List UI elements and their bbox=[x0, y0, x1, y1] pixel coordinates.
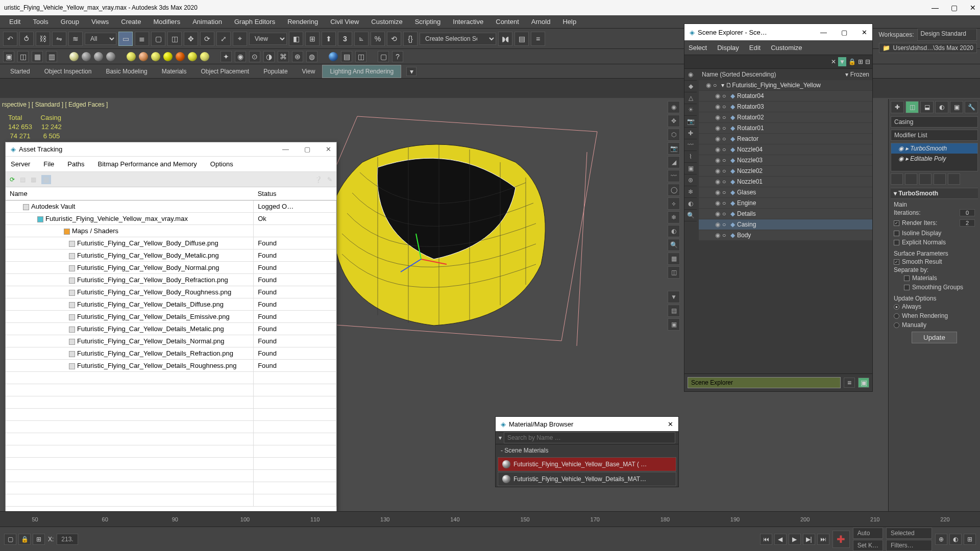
scene-item[interactable]: ◉○◆Nozzle02 bbox=[699, 166, 872, 177]
ribbon-lighting-and-rendering[interactable]: Lighting And Rendering bbox=[322, 65, 401, 78]
asset-row[interactable]: Futuristic_Flying_Car_Yellow_Details_Met… bbox=[6, 323, 336, 335]
object-name-field[interactable]: Casing bbox=[891, 116, 978, 128]
freeze-icon[interactable]: ○ bbox=[722, 103, 730, 110]
select-rect-icon[interactable]: ▢ bbox=[151, 32, 165, 46]
freeze-icon[interactable]: ○ bbox=[722, 167, 730, 174]
pin-stack-icon[interactable] bbox=[891, 173, 903, 185]
scene-item[interactable]: ◉○◆Glases bbox=[699, 187, 872, 198]
tb2-icon[interactable]: ◑ bbox=[263, 51, 275, 62]
asset-row[interactable]: Futuristic_Flying_Car_Yellow_Details_Ref… bbox=[6, 347, 336, 360]
material-sphere-icon[interactable] bbox=[127, 52, 136, 61]
visibility-icon[interactable]: ◉ bbox=[713, 135, 722, 142]
menu-create[interactable]: Create bbox=[115, 16, 147, 28]
menu-help[interactable]: Help bbox=[556, 16, 582, 28]
scene-item[interactable]: ◉○◆Engine bbox=[699, 198, 872, 209]
goto-end-icon[interactable]: ⏭ bbox=[817, 534, 829, 545]
bind-icon[interactable]: ≋ bbox=[68, 32, 83, 46]
undo-icon[interactable]: ↶ bbox=[3, 32, 17, 46]
viewport-label[interactable]: rspective ] [ Standard ] [ Edged Faces ] bbox=[2, 101, 108, 108]
rotate-icon[interactable]: ⟳ bbox=[200, 32, 214, 46]
menu-edit[interactable]: Edit bbox=[3, 16, 27, 28]
move-icon[interactable]: ✥ bbox=[184, 32, 198, 46]
scene-search-input[interactable] bbox=[687, 56, 829, 67]
modifier-list-drop[interactable]: Modifier List bbox=[891, 130, 978, 141]
selection-filter-drop[interactable]: All bbox=[85, 33, 116, 45]
freeze-icon[interactable]: ○ bbox=[713, 82, 721, 89]
material-sphere-icon[interactable] bbox=[176, 52, 185, 61]
create-tab-icon[interactable]: ✚ bbox=[891, 101, 904, 113]
scene-root[interactable]: ◉ ○ ▾ 🗋 Futuristic_Flying_Vehicle_Yellow bbox=[699, 80, 872, 91]
tb2-icon[interactable]: ✦ bbox=[220, 51, 232, 62]
menu-interactive[interactable]: Interactive bbox=[447, 16, 489, 28]
project-path[interactable]: 📁 Users\dshsd…\3ds Max 2020 bbox=[879, 43, 977, 53]
render-iters-check[interactable]: ✓ bbox=[894, 220, 899, 226]
vp-tool-icon[interactable]: ◉ bbox=[668, 101, 680, 113]
render-iters-input[interactable] bbox=[960, 219, 975, 227]
close-icon[interactable]: ✕ bbox=[862, 29, 867, 36]
info-icon[interactable]: ✎ bbox=[327, 176, 332, 183]
material-sphere-icon[interactable] bbox=[94, 52, 103, 61]
col-status[interactable]: Status bbox=[254, 187, 336, 201]
menu-graph-editors[interactable]: Graph Editors bbox=[228, 16, 281, 28]
material-item[interactable]: Futuristic_Flying_Vehicle_Yellow_Base_MA… bbox=[498, 457, 676, 471]
close-icon[interactable]: ✕ bbox=[970, 4, 976, 12]
always-radio[interactable]: ● bbox=[894, 304, 899, 310]
filter-bone-icon[interactable]: ⌇ bbox=[684, 151, 697, 163]
asset-row[interactable]: Futuristic_Flying_Car_Yellow_Body_Normal… bbox=[6, 262, 336, 274]
ribbon-populate[interactable]: Populate bbox=[256, 65, 295, 78]
when-rendering-radio[interactable] bbox=[894, 313, 899, 319]
window-crossing-icon[interactable]: ◫ bbox=[167, 32, 182, 46]
materials-check[interactable] bbox=[904, 276, 910, 281]
render-icon[interactable] bbox=[329, 52, 338, 61]
asset-row[interactable]: Futuristic_Flying_Car_Yellow_Body_Metali… bbox=[6, 249, 336, 262]
asset-row[interactable]: Futuristic_Flying_Car_Yellow_Details_Emi… bbox=[6, 311, 336, 323]
material-sphere-icon[interactable] bbox=[200, 52, 209, 61]
visibility-icon[interactable]: ◉ bbox=[713, 178, 722, 185]
set-key-big-icon[interactable]: ✚ bbox=[832, 531, 850, 548]
lock-icon[interactable]: 🔒 bbox=[848, 58, 856, 65]
nav-icon[interactable]: ◐ bbox=[949, 534, 962, 545]
vp-tool-icon[interactable]: 📷 bbox=[668, 142, 680, 155]
menu-content[interactable]: Content bbox=[489, 16, 525, 28]
tb2-icon[interactable]: ◍ bbox=[306, 51, 317, 62]
vp-tool-icon[interactable]: ✥ bbox=[668, 115, 680, 127]
asset-menu-options[interactable]: Options bbox=[210, 160, 233, 168]
display-tab-icon[interactable]: ▣ bbox=[950, 101, 963, 113]
scene-item[interactable]: ◉○◆Casing bbox=[699, 219, 872, 230]
filter-icon[interactable]: ▼ bbox=[838, 57, 846, 66]
align-icon[interactable]: ▤ bbox=[514, 32, 529, 46]
visibility-icon[interactable]: ◉ bbox=[713, 199, 722, 207]
tb2-icon[interactable]: ◫ bbox=[17, 51, 29, 62]
menu-civil-view[interactable]: Civil View bbox=[324, 16, 365, 28]
scene-item[interactable]: ◉○◆Reactor bbox=[699, 134, 872, 144]
named-selection-drop[interactable]: Create Selection Set bbox=[420, 33, 496, 45]
x-field[interactable]: 213. bbox=[57, 534, 78, 545]
minimize-icon[interactable]: — bbox=[820, 29, 827, 36]
filter-find-icon[interactable]: 🔍 bbox=[684, 210, 697, 221]
filter-frozen-icon[interactable]: ❄ bbox=[684, 186, 697, 198]
tb2-icon[interactable]: ⌘ bbox=[278, 51, 289, 62]
help-icon[interactable]: ? bbox=[392, 51, 403, 62]
select-object-icon[interactable]: ▭ bbox=[118, 32, 133, 46]
redo-icon[interactable]: ⥀ bbox=[19, 32, 34, 46]
manip-icon[interactable]: ⊞ bbox=[305, 32, 320, 46]
vp-tool-icon[interactable]: ▤ bbox=[668, 305, 680, 317]
tb2-icon[interactable]: ⊛ bbox=[292, 51, 303, 62]
material-sphere-icon[interactable] bbox=[106, 52, 115, 61]
freeze-icon[interactable]: ○ bbox=[722, 178, 730, 185]
vp-tool-icon[interactable]: ⬡ bbox=[668, 129, 680, 141]
isoline-check[interactable] bbox=[894, 231, 899, 236]
minimize-icon[interactable]: — bbox=[282, 145, 289, 153]
smoothing-groups-check[interactable] bbox=[904, 285, 910, 290]
snap-toggle-icon[interactable]: 3 bbox=[338, 32, 352, 46]
menu-animation[interactable]: Animation bbox=[186, 16, 228, 28]
autokey-button[interactable]: Auto bbox=[853, 528, 883, 539]
asset-row[interactable]: Futuristic_Flying_Car_Yellow_Body_Roughn… bbox=[6, 286, 336, 298]
manually-radio[interactable] bbox=[894, 322, 899, 328]
clear-icon[interactable]: ✕ bbox=[831, 58, 836, 65]
visibility-icon[interactable]: ◉ bbox=[713, 157, 722, 164]
visibility-icon[interactable]: ◉ bbox=[704, 82, 713, 89]
show-end-icon[interactable] bbox=[905, 173, 917, 185]
toggle-icon[interactable]: ▣ bbox=[858, 378, 869, 388]
freeze-icon[interactable]: ○ bbox=[722, 92, 730, 99]
